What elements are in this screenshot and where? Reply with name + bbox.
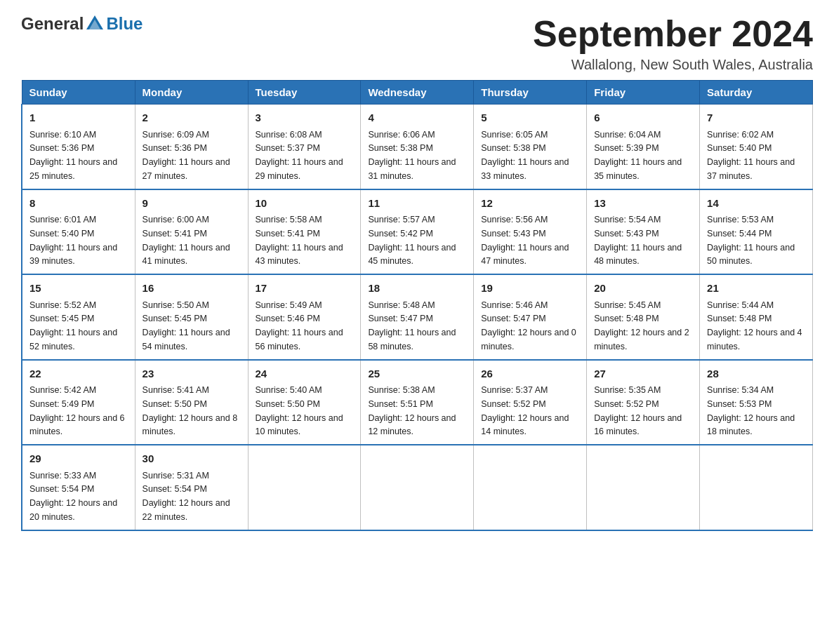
day-info: Sunrise: 6:01 AMSunset: 5:40 PMDaylight:… [29,215,117,266]
day-number: 23 [143,366,241,382]
day-number: 24 [256,366,354,382]
calendar-week-1: 1 Sunrise: 6:10 AMSunset: 5:36 PMDayligh… [22,105,813,189]
calendar-cell: 21 Sunrise: 5:44 AMSunset: 5:48 PMDaylig… [700,274,813,360]
calendar-cell [587,445,700,530]
day-number: 12 [481,196,579,212]
day-number: 30 [143,451,241,467]
day-number: 19 [481,281,579,297]
day-number: 4 [368,110,466,126]
calendar-week-3: 15 Sunrise: 5:52 AMSunset: 5:45 PMDaylig… [22,274,813,360]
header-wednesday: Wednesday [361,81,474,105]
calendar-cell: 1 Sunrise: 6:10 AMSunset: 5:36 PMDayligh… [22,105,135,189]
calendar-cell: 25 Sunrise: 5:38 AMSunset: 5:51 PMDaylig… [361,360,474,445]
calendar-table: SundayMondayTuesdayWednesdayThursdayFrid… [21,80,813,531]
day-number: 6 [594,110,692,126]
day-info: Sunrise: 6:02 AMSunset: 5:40 PMDaylight:… [707,130,795,181]
calendar-cell: 23 Sunrise: 5:41 AMSunset: 5:50 PMDaylig… [135,360,248,445]
calendar-cell [700,445,813,530]
day-number: 26 [481,366,579,382]
calendar-cell: 7 Sunrise: 6:02 AMSunset: 5:40 PMDayligh… [700,105,813,189]
calendar-cell [361,445,474,530]
day-info: Sunrise: 6:08 AMSunset: 5:37 PMDaylight:… [256,130,343,181]
day-number: 11 [368,196,466,212]
day-info: Sunrise: 6:00 AMSunset: 5:41 PMDaylight:… [143,215,230,266]
day-info: Sunrise: 5:33 AMSunset: 5:54 PMDaylight:… [29,471,117,522]
calendar-cell: 22 Sunrise: 5:42 AMSunset: 5:49 PMDaylig… [22,360,135,445]
day-number: 21 [707,281,805,297]
day-number: 8 [29,196,128,212]
day-info: Sunrise: 6:09 AMSunset: 5:36 PMDaylight:… [143,130,230,181]
calendar-week-2: 8 Sunrise: 6:01 AMSunset: 5:40 PMDayligh… [22,189,813,275]
calendar-cell: 29 Sunrise: 5:33 AMSunset: 5:54 PMDaylig… [22,445,135,530]
day-info: Sunrise: 5:46 AMSunset: 5:47 PMDaylight:… [481,300,576,351]
day-info: Sunrise: 6:10 AMSunset: 5:36 PMDaylight:… [29,130,117,181]
day-info: Sunrise: 5:34 AMSunset: 5:53 PMDaylight:… [707,385,795,436]
calendar-cell: 11 Sunrise: 5:57 AMSunset: 5:42 PMDaylig… [361,189,474,275]
day-number: 17 [256,281,354,297]
day-info: Sunrise: 5:49 AMSunset: 5:46 PMDaylight:… [256,300,343,351]
day-number: 10 [256,196,354,212]
day-info: Sunrise: 5:56 AMSunset: 5:43 PMDaylight:… [481,215,569,266]
calendar-cell: 4 Sunrise: 6:06 AMSunset: 5:38 PMDayligh… [361,105,474,189]
day-number: 7 [707,110,805,126]
calendar-cell: 14 Sunrise: 5:53 AMSunset: 5:44 PMDaylig… [700,189,813,275]
logo: General Blue [21,14,143,34]
day-number: 15 [29,281,128,297]
header-sunday: Sunday [22,81,135,105]
day-info: Sunrise: 5:41 AMSunset: 5:50 PMDaylight:… [143,385,238,436]
day-number: 28 [707,366,805,382]
day-number: 22 [29,366,128,382]
calendar-header-row: SundayMondayTuesdayWednesdayThursdayFrid… [22,81,813,105]
calendar-cell: 30 Sunrise: 5:31 AMSunset: 5:54 PMDaylig… [135,445,248,530]
calendar-cell: 10 Sunrise: 5:58 AMSunset: 5:41 PMDaylig… [248,189,361,275]
day-number: 16 [143,281,241,297]
day-info: Sunrise: 5:44 AMSunset: 5:48 PMDaylight:… [707,300,802,351]
calendar-cell: 3 Sunrise: 6:08 AMSunset: 5:37 PMDayligh… [248,105,361,189]
header-thursday: Thursday [474,81,587,105]
location-subtitle: Wallalong, New South Wales, Australia [533,57,813,73]
day-number: 5 [481,110,579,126]
logo-area: General Blue [21,14,143,34]
calendar-cell: 16 Sunrise: 5:50 AMSunset: 5:45 PMDaylig… [135,274,248,360]
calendar-cell: 12 Sunrise: 5:56 AMSunset: 5:43 PMDaylig… [474,189,587,275]
calendar-cell [474,445,587,530]
day-number: 2 [143,110,241,126]
day-info: Sunrise: 5:42 AMSunset: 5:49 PMDaylight:… [29,385,125,436]
day-number: 25 [368,366,466,382]
calendar-cell: 17 Sunrise: 5:49 AMSunset: 5:46 PMDaylig… [248,274,361,360]
day-number: 29 [29,451,128,467]
day-number: 3 [256,110,354,126]
logo-icon [85,14,105,34]
calendar-cell: 28 Sunrise: 5:34 AMSunset: 5:53 PMDaylig… [700,360,813,445]
calendar-cell: 24 Sunrise: 5:40 AMSunset: 5:50 PMDaylig… [248,360,361,445]
calendar-cell: 15 Sunrise: 5:52 AMSunset: 5:45 PMDaylig… [22,274,135,360]
day-info: Sunrise: 5:31 AMSunset: 5:54 PMDaylight:… [143,471,230,522]
day-info: Sunrise: 5:54 AMSunset: 5:43 PMDaylight:… [594,215,682,266]
header-friday: Friday [587,81,700,105]
calendar-cell: 26 Sunrise: 5:37 AMSunset: 5:52 PMDaylig… [474,360,587,445]
day-number: 18 [368,281,466,297]
calendar-cell: 13 Sunrise: 5:54 AMSunset: 5:43 PMDaylig… [587,189,700,275]
month-title: September 2024 [533,14,813,54]
day-info: Sunrise: 5:53 AMSunset: 5:44 PMDaylight:… [707,215,795,266]
calendar-cell: 27 Sunrise: 5:35 AMSunset: 5:52 PMDaylig… [587,360,700,445]
day-number: 9 [143,196,241,212]
title-area: September 2024 Wallalong, New South Wale… [533,14,813,73]
day-info: Sunrise: 5:50 AMSunset: 5:45 PMDaylight:… [143,300,230,351]
header-monday: Monday [135,81,248,105]
day-info: Sunrise: 5:37 AMSunset: 5:52 PMDaylight:… [481,385,569,436]
day-number: 20 [594,281,692,297]
day-number: 1 [29,110,128,126]
day-info: Sunrise: 5:40 AMSunset: 5:50 PMDaylight:… [256,385,343,436]
day-info: Sunrise: 5:52 AMSunset: 5:45 PMDaylight:… [29,300,117,351]
day-info: Sunrise: 5:45 AMSunset: 5:48 PMDaylight:… [594,300,689,351]
day-number: 14 [707,196,805,212]
calendar-cell: 9 Sunrise: 6:00 AMSunset: 5:41 PMDayligh… [135,189,248,275]
day-info: Sunrise: 5:57 AMSunset: 5:42 PMDaylight:… [368,215,456,266]
day-info: Sunrise: 5:58 AMSunset: 5:41 PMDaylight:… [256,215,343,266]
day-number: 13 [594,196,692,212]
calendar-cell: 8 Sunrise: 6:01 AMSunset: 5:40 PMDayligh… [22,189,135,275]
header-tuesday: Tuesday [248,81,361,105]
calendar-cell: 6 Sunrise: 6:04 AMSunset: 5:39 PMDayligh… [587,105,700,189]
header-saturday: Saturday [700,81,813,105]
